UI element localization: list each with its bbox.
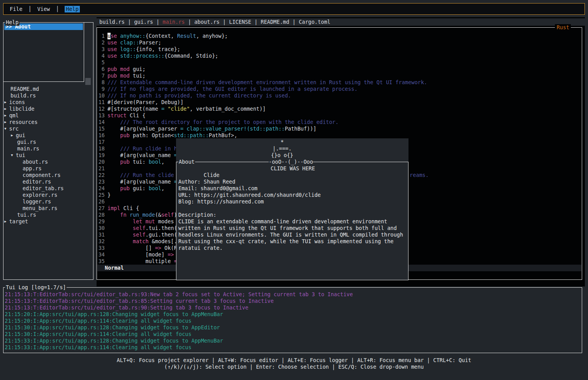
about-popup-border-art: -ooO--(_)--Ooo — [269, 159, 313, 165]
code-token: u — [107, 33, 111, 39]
tab-about.rs[interactable]: about.rs — [194, 19, 220, 25]
about-popup-title: About — [178, 159, 195, 165]
tab-build.rs[interactable]: build.rs — [99, 19, 125, 25]
line-number: 1 — [97, 33, 105, 39]
log-line-info: 21:15:20:I:App:src/tui/app.rs:114:Cleari… — [5, 318, 582, 324]
tree-item-component.rs[interactable]: component.rs — [4, 172, 93, 179]
code-line-1[interactable]: 1use anyhow::{Context, Result, anyhow}; — [97, 33, 582, 39]
tree-item-editor.rs[interactable]: editor.rs — [4, 179, 93, 185]
tree-item-qml[interactable]: ▶qml — [4, 112, 93, 119]
code-token: /// Run clide in h — [107, 145, 177, 152]
chevron-collapsed-icon: ▶ — [4, 112, 6, 119]
tree-item-label: qml — [9, 112, 18, 119]
code-token: pub — [107, 132, 130, 139]
code-token: log:: — [120, 46, 136, 53]
code-token — [107, 218, 133, 225]
line-number: 10 — [97, 92, 105, 99]
code-line-4[interactable]: 4use std::process::{Command, Stdio}; — [97, 53, 582, 59]
tree-item-explorer.rs[interactable]: explorer.rs — [4, 192, 93, 198]
ascii-art-line: * — [176, 139, 408, 145]
code-line-5[interactable]: 5 — [97, 59, 582, 66]
code-token: #[arg(value_name — [107, 152, 174, 159]
tree-item-label: README.md — [11, 86, 39, 92]
tab-LICENSE[interactable]: LICENSE — [229, 19, 251, 25]
code-line-9[interactable]: 9/// If no flags are provided, the GUI e… — [97, 86, 582, 92]
explorer-scrollbar-thumb[interactable] — [85, 78, 91, 85]
tui-log-panel: Tui Log [log=1.7/s] 21:15:13:T:EditorTab… — [3, 287, 582, 353]
code-line-2[interactable]: 2use clap::Parser; — [97, 39, 582, 46]
tree-item-menu_bar.rs[interactable]: menu_bar.rs — [4, 205, 93, 212]
code-line-14[interactable]: 14 /// The root directory for the projec… — [97, 119, 582, 125]
tree-item-app.rs[interactable]: app.rs — [4, 165, 93, 172]
code-token: [mode] — [107, 251, 167, 258]
tree-item-logger.rs[interactable]: logger.rs — [4, 198, 93, 205]
tree-item-tui.rs[interactable]: tui.rs — [4, 212, 93, 218]
menu-item-view[interactable]: View — [37, 6, 50, 12]
code-line-15[interactable]: 15 #[arg(value_parser = clap::value_pars… — [97, 125, 582, 132]
tab-separator: | — [185, 19, 194, 25]
code-token: {Command, Stdio}; — [164, 53, 218, 59]
log-line-trace: 21:15:13:T:EditorTab:src/tui/editor_tab.… — [5, 304, 582, 311]
line-number: 18 — [97, 145, 105, 152]
code-token — [107, 238, 133, 245]
tree-item-label: app.rs — [23, 165, 42, 172]
code-token: #[arg(value_name — [107, 179, 174, 185]
line-number: 24 — [97, 185, 105, 192]
tree-item-label: gui — [16, 132, 25, 139]
code-token — [183, 125, 187, 132]
code-line-10[interactable]: 10/// If no path is provided, the curren… — [97, 92, 582, 99]
about-description-label: Description: — [178, 212, 408, 218]
tree-item-about.rs[interactable]: about.rs — [4, 159, 93, 165]
log-line-info: 21:15:30:I:App:src/tui/app.rs:128:Changi… — [5, 324, 582, 331]
code-token: modes — [155, 218, 174, 225]
tree-item-label: src — [9, 125, 18, 132]
tree-item-README.md[interactable]: README.md — [4, 86, 93, 92]
code-token-tail: reams. — [410, 172, 429, 179]
menu-item-file[interactable]: File — [10, 6, 23, 12]
tab-Cargo.toml[interactable]: Cargo.toml — [299, 19, 330, 25]
menu-item-help[interactable]: Help — [65, 6, 80, 12]
tree-item-editor_tab.rs[interactable]: editor_tab.rs — [4, 185, 93, 192]
tree-item-gui[interactable]: ▶gui — [4, 132, 93, 139]
tree-item-icons[interactable]: ▶icons — [4, 99, 93, 106]
line-number: 35 — [97, 258, 105, 265]
tree-item-build.rs[interactable]: build.rs — [4, 92, 93, 99]
tree-item-target[interactable]: ▶target — [4, 218, 93, 225]
code-token — [117, 33, 120, 39]
tree-item-gui.rs[interactable]: gui.rs — [4, 139, 93, 145]
tree-item-tui[interactable]: ▼tui — [4, 152, 93, 159]
tree-item-libclide[interactable]: ▶libclide — [4, 106, 93, 112]
code-token: fn — [120, 212, 127, 218]
line-number: 7 — [97, 72, 105, 79]
about-field: Email: shaunrd0@gmail.com — [178, 185, 408, 192]
line-number: 19 — [97, 152, 105, 159]
code-line-12[interactable]: 12#[structopt(name = "clide", verbatim_d… — [97, 106, 582, 112]
tab-main.rs[interactable]: main.rs — [163, 19, 185, 25]
code-token: , — [161, 185, 164, 192]
tree-item-src[interactable]: ▼src — [4, 125, 93, 132]
code-line-11[interactable]: 11#[derive(Parser, Debug)] — [97, 99, 582, 106]
code-token: /// If no path is provided, the current … — [107, 92, 291, 99]
code-line-7[interactable]: 7pub mod tui; — [97, 72, 582, 79]
tab-gui.rs[interactable]: gui.rs — [134, 19, 153, 25]
code-line-6[interactable]: 6pub mod gui; — [97, 66, 582, 72]
code-token: use — [107, 46, 117, 53]
code-token: use — [107, 39, 117, 46]
code-token: std::process:: — [120, 53, 165, 59]
tab-README.md[interactable]: README.md — [261, 19, 289, 25]
tree-item-label: icons — [9, 99, 25, 106]
code-token: #[arg(value_parser — [107, 125, 180, 132]
tree-item-label: target — [9, 218, 28, 225]
code-token: clap:: — [120, 39, 139, 46]
tree-item-main.rs[interactable]: main.rs — [4, 145, 93, 152]
tree-item-resources[interactable]: ▶resources — [4, 119, 93, 125]
code-line-8[interactable]: 8/// Extendable command-line driven deve… — [97, 79, 582, 86]
code-line-3[interactable]: 3use log::{info, trace}; — [97, 46, 582, 53]
chevron-collapsed-icon: ▶ — [4, 106, 6, 112]
line-number: 6 — [97, 66, 105, 72]
code-line-16[interactable]: 16 pub path: Option<std::path::PathBuf>, — [97, 132, 582, 139]
ascii-art-line: {}o o{} — [176, 152, 408, 159]
code-token — [127, 212, 130, 218]
code-line-13[interactable]: 13struct Cli { — [97, 112, 582, 119]
code-token: #[structopt(name — [107, 106, 161, 112]
